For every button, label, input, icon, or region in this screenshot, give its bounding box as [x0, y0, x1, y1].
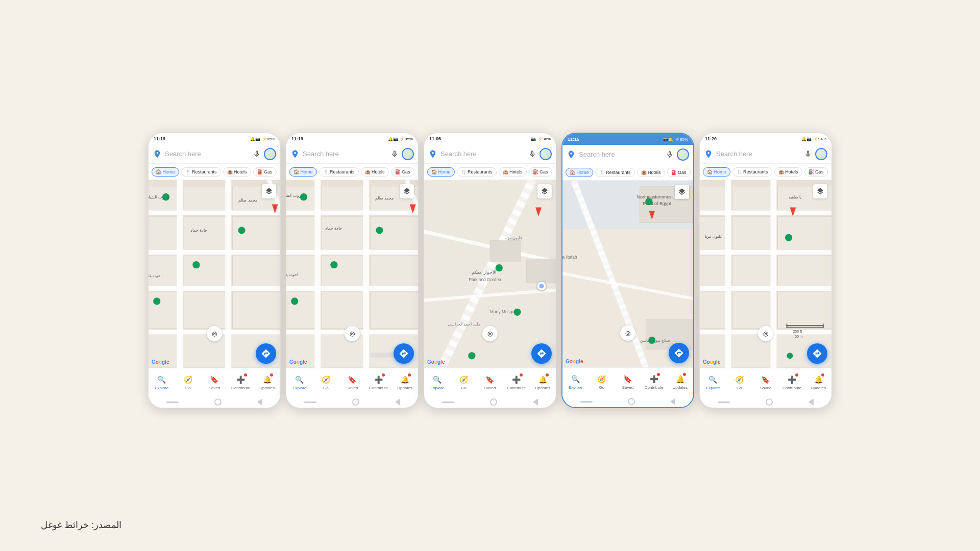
- directions-fab-1[interactable]: [256, 343, 276, 364]
- map-area-3[interactable]: الأحواز معكم Park and Garden Marty Mosqu…: [424, 180, 556, 368]
- layers-btn-4[interactable]: [675, 185, 689, 199]
- nav-go-4[interactable]: 🧭 Go: [592, 374, 611, 390]
- avatar-2[interactable]: [402, 148, 414, 160]
- cat-gas-2[interactable]: ⛽ Gas: [391, 167, 414, 177]
- cat-hotels-3[interactable]: 🏨 Hotels: [499, 167, 527, 177]
- cat-home-2[interactable]: 🏠 Home: [289, 167, 317, 177]
- cat-home-4[interactable]: 🏠 Home: [566, 168, 593, 177]
- svg-text:محمد صالم: محمد صالم: [238, 198, 257, 203]
- cat-hotels-5[interactable]: 🏨 Hotels: [774, 167, 802, 177]
- cat-home-5[interactable]: 🏠 Home: [703, 167, 730, 177]
- svg-rect-47: [286, 286, 418, 291]
- avatar-1[interactable]: [264, 148, 276, 160]
- directions-fab-4[interactable]: [669, 343, 689, 363]
- nav-updates-3[interactable]: 🔔 Updates: [533, 374, 552, 390]
- compass-btn-5[interactable]: ◎: [758, 326, 773, 341]
- mic-icon-1[interactable]: [253, 150, 261, 158]
- nav-saved-1[interactable]: 🔖 Saved: [205, 374, 224, 390]
- map-area-5[interactable]: يا صاهبة عليون مزة 200 ft 50 m: [700, 180, 831, 368]
- cat-hotels-1[interactable]: 🏨 Hotels: [223, 167, 251, 177]
- map-area-1[interactable]: جروب الشيلا جادة حماد محمد صالم خوده ياس…: [149, 180, 280, 368]
- nav-saved-2[interactable]: 🔖 Saved: [342, 374, 362, 390]
- bottom-nav-5: 🔍 Explore 🧭 Go 🔖 Saved ➕ Contribute 🔔: [700, 368, 831, 396]
- nav-go-2[interactable]: 🧭 Go: [316, 374, 335, 390]
- cat-hotels-4[interactable]: 🏨 Hotels: [637, 168, 665, 177]
- mic-icon-2[interactable]: [390, 150, 399, 158]
- nav-contribute-2[interactable]: ➕ Contribute: [369, 374, 388, 390]
- directions-fab-3[interactable]: [531, 343, 552, 364]
- svg-point-123: [787, 353, 793, 359]
- nav-explore-4[interactable]: 🔍 Explore: [566, 374, 585, 390]
- nav-updates-2[interactable]: 🔔 Updates: [395, 374, 414, 390]
- google-logo-1: Google: [152, 359, 169, 365]
- cat-restaurants-1[interactable]: 🍴 Restaurants: [181, 167, 221, 177]
- nav-explore-5[interactable]: 🔍 Explore: [703, 374, 723, 390]
- svg-text:خوده ياسر!!: خوده ياسر!!: [286, 273, 299, 277]
- compass-btn-2[interactable]: ◎: [345, 326, 360, 341]
- svg-point-28: [192, 261, 200, 268]
- search-bar-4[interactable]: Search here: [562, 145, 693, 164]
- layers-btn-5[interactable]: [813, 184, 827, 198]
- maps-logo-4: [567, 150, 576, 159]
- nav-contribute-5[interactable]: ➕ Contribute: [782, 374, 802, 390]
- svg-rect-9: [233, 256, 280, 286]
- avatar-3[interactable]: [540, 148, 552, 160]
- nav-go-3[interactable]: 🧭 Go: [454, 374, 473, 390]
- cat-gas-4[interactable]: ⛽ Gas: [667, 168, 691, 177]
- nav-contribute-4[interactable]: ➕ Contribute: [644, 374, 664, 390]
- nav-saved-5[interactable]: 🔖 Saved: [756, 374, 775, 390]
- nav-contribute-1[interactable]: ➕ Contribute: [231, 374, 251, 390]
- search-bar-1[interactable]: Search here: [149, 144, 280, 164]
- home-indicator-4: [562, 396, 693, 407]
- cat-gas-5[interactable]: ⛽ Gas: [804, 167, 828, 177]
- nav-go-1[interactable]: 🧭 Go: [178, 374, 198, 390]
- layers-btn-1[interactable]: [262, 184, 276, 198]
- compass-btn-3[interactable]: ◎: [482, 326, 498, 341]
- svg-text:Taba Rafah: Taba Rafah: [562, 255, 577, 260]
- directions-fab-5[interactable]: [807, 343, 827, 364]
- gesture-bar-1: [166, 402, 179, 403]
- svg-rect-12: [233, 292, 280, 329]
- cat-home-1[interactable]: 🏠 Home: [152, 167, 179, 177]
- cat-restaurants-3[interactable]: 🍴 Restaurants: [457, 167, 497, 177]
- compass-btn-4[interactable]: ◎: [620, 325, 635, 341]
- mic-icon-4[interactable]: [666, 151, 674, 159]
- nav-explore-2[interactable]: 🔍 Explore: [290, 374, 309, 390]
- cat-gas-3[interactable]: ⛽ Gas: [529, 167, 552, 177]
- cat-restaurants-5[interactable]: 🍴 Restaurants: [732, 167, 772, 177]
- nav-updates-5[interactable]: 🔔 Updates: [808, 374, 828, 390]
- nav-explore-1[interactable]: 🔍 Explore: [152, 374, 172, 390]
- svg-text:عليون مزة: عليون مزة: [505, 235, 523, 240]
- map-area-4[interactable]: Northeasternmost Point of Egypt Taba Raf…: [562, 181, 693, 367]
- layers-btn-2[interactable]: [400, 184, 414, 198]
- nav-updates-4[interactable]: 🔔 Updates: [670, 374, 690, 390]
- phone-4: 11:15 📷🔔 ⚡95% Search here 🏠 Home 🍴 Rest: [561, 133, 694, 408]
- search-bar-5[interactable]: Search here: [700, 144, 831, 164]
- compass-btn-1[interactable]: ◎: [207, 326, 222, 341]
- cat-gas-1[interactable]: ⛽ Gas: [253, 167, 277, 177]
- nav-go-5[interactable]: 🧭 Go: [729, 374, 749, 390]
- category-tabs-3: 🏠 Home 🍴 Restaurants 🏨 Hotels ⛽ Gas: [424, 164, 556, 180]
- google-logo-4: Google: [566, 359, 583, 364]
- mic-icon-3[interactable]: [528, 150, 536, 158]
- nav-saved-3[interactable]: 🔖 Saved: [480, 374, 500, 390]
- bottom-nav-2: 🔍 Explore 🧭 Go 🔖 Saved ➕ Contribute 🔔: [286, 368, 418, 396]
- search-bar-3[interactable]: Search here: [424, 144, 556, 164]
- map-area-2[interactable]: جروب الشيلا جادة حماد محمد صالم خوده ياس…: [286, 180, 418, 368]
- nav-explore-3[interactable]: 🔍 Explore: [428, 374, 447, 390]
- nav-saved-4[interactable]: 🔖 Saved: [618, 374, 638, 390]
- cat-restaurants-2[interactable]: 🍴 Restaurants: [319, 167, 359, 177]
- cat-hotels-2[interactable]: 🏨 Hotels: [361, 167, 389, 177]
- directions-fab-2[interactable]: [394, 343, 414, 364]
- cat-restaurants-4[interactable]: 🍴 Restaurants: [595, 168, 635, 177]
- avatar-4[interactable]: [677, 148, 689, 161]
- status-right-2: 🔔📷 ⚡95%: [388, 137, 413, 141]
- avatar-5[interactable]: [815, 148, 827, 160]
- mic-icon-5[interactable]: [804, 150, 812, 158]
- search-bar-2[interactable]: Search here: [286, 144, 418, 164]
- contribute-icon-1: ➕: [236, 374, 246, 385]
- nav-contribute-3[interactable]: ➕ Contribute: [507, 374, 526, 390]
- nav-updates-1[interactable]: 🔔 Updates: [257, 374, 277, 390]
- layers-btn-3[interactable]: [537, 184, 552, 198]
- cat-home-3[interactable]: 🏠 Home: [427, 167, 455, 177]
